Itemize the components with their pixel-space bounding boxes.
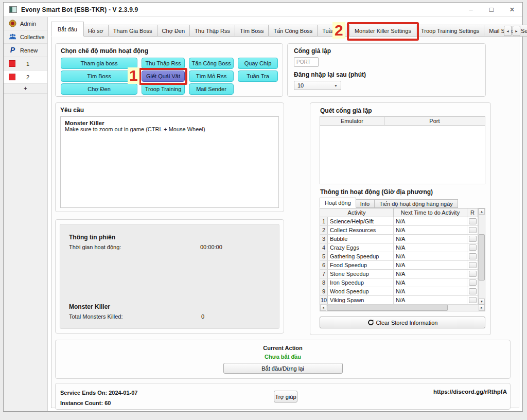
tab-tien-do[interactable]: Tiến độ hoạt động hàng ngày (375, 199, 458, 208)
table-row: 7Stone SpeedupN/A (320, 270, 485, 278)
add-instance-button[interactable]: + (4, 84, 47, 94)
table-row: 6Food SpeedupN/A (320, 261, 485, 270)
requirements-text: Make sure to zoom out in game (CTRL + Mo… (65, 126, 274, 132)
refresh-icon (367, 319, 374, 326)
main-area: Bắt đầu Hồ sơ Tham Gia Boss Chợ Đen Thu … (48, 17, 522, 411)
sidebar-item-instance-1[interactable]: 1 (4, 57, 47, 71)
tab-info[interactable]: Info (356, 199, 375, 208)
clear-stored-info-button[interactable]: Clear Stored Information (320, 317, 485, 328)
tab-scroll-right-icon[interactable]: ► (513, 26, 520, 36)
mode-button-quay-chip[interactable]: Quay Chíp (238, 58, 278, 69)
red-square-icon (9, 74, 15, 80)
row-action-button[interactable] (469, 297, 477, 303)
app-window: Evony Smart Bot (ESB-TKR) - V 2.3.9.9 – … (3, 2, 523, 412)
annotation-step-1: 1 (128, 67, 139, 84)
tab-ho-so[interactable]: Hồ sơ (83, 25, 109, 37)
col-r: R (467, 208, 478, 217)
mode-button-tuan-tra[interactable]: Tuần Tra (238, 71, 278, 82)
tab-scroll-left-icon[interactable]: ◄ (504, 26, 512, 36)
table-row: 1Science/Help/GiftN/A (320, 217, 485, 226)
mode-button-tim-mo-rss[interactable]: Tìm Mỏ Rss (189, 71, 234, 82)
scrollbar-thumb[interactable] (327, 305, 448, 311)
activity-table-header: Activity Next Time to do Activity R (320, 208, 485, 217)
scrollbar-thumb[interactable] (479, 234, 485, 281)
activity-tab-bar: Hoạt động Info Tiến độ hoạt động hàng ng… (320, 198, 458, 208)
close-icon[interactable]: × (502, 3, 522, 16)
tab-page-content: Chọn chế độ muốn hoạt động Tham gia boss… (51, 36, 519, 408)
mode-button-tham-gia-boss[interactable]: Tham gia boss (61, 58, 137, 69)
scroll-down-icon[interactable]: ▼ (479, 299, 485, 305)
scroll-up-icon[interactable]: ▲ (479, 208, 485, 215)
tab-cho-den[interactable]: Chợ Đen (157, 25, 190, 37)
row-action-button[interactable] (469, 253, 477, 259)
row-action-button[interactable] (469, 288, 477, 294)
mode-panel-title: Chọn chế độ muốn hoạt động (61, 47, 277, 55)
tab-monster-killer-settings[interactable]: Monster Killer Settings 2 (350, 25, 416, 37)
mode-button-tim-boss[interactable]: Tìm Boss (61, 71, 137, 82)
mode-button-grid: Tham gia boss Thu Thập Rss Tấn Công Boss… (61, 58, 277, 95)
tab-tim-boss[interactable]: Tìm Boss (235, 25, 269, 37)
mode-button-troop-training[interactable]: Troop Training (142, 83, 185, 95)
port-input[interactable] (294, 57, 319, 67)
mode-button-tan-cong-boss[interactable]: Tấn Công Boss (189, 58, 234, 69)
sidebar-item-label: 2 (26, 74, 29, 80)
requirements-heading: Monster Killer (65, 120, 274, 126)
sidebar-item-collective[interactable]: Collective (4, 30, 47, 44)
row-action-button[interactable] (469, 279, 477, 286)
relogin-value: 10 (297, 82, 304, 89)
row-action-button[interactable] (469, 218, 477, 224)
tab-thu-thap-rss[interactable]: Thu Thập Rss (190, 25, 235, 37)
mode-button-giet-quai-vat-wrap: Giết Quái Vật 1 (142, 71, 185, 82)
tab-hoat-dong[interactable]: Hoạt động (320, 198, 356, 208)
scroll-right-icon[interactable]: ► (479, 305, 485, 311)
annotation-step-2: 2 (332, 22, 345, 39)
uptime-label: Thời gian hoạt động: (69, 244, 121, 250)
mode-button-thu-thap-rss[interactable]: Thu Thập Rss (142, 58, 185, 69)
vertical-scrollbar[interactable]: ▲ ▼ (478, 208, 485, 305)
sidebar-item-instance-2[interactable]: 2 (4, 71, 47, 84)
sidebar-item-renew[interactable]: P Renew (4, 44, 47, 57)
requirements-box: Monster Killer Make sure to zoom out in … (60, 116, 279, 208)
row-action-button[interactable] (469, 236, 477, 242)
tab-tan-cong-boss[interactable]: Tấn Công Boss (269, 25, 318, 37)
discord-link: https://discord.gg/rRthpfA (433, 389, 507, 395)
tab-bat-dau[interactable]: Bắt đầu (51, 22, 84, 37)
clear-stored-info-label: Clear Stored Information (376, 320, 438, 326)
maximize-icon[interactable]: □ (481, 3, 502, 16)
mode-button-mail-sender[interactable]: Mail Sender (189, 83, 234, 95)
sidebar-item-label: Admin (20, 21, 36, 27)
minimize-icon[interactable]: – (461, 3, 481, 16)
tab-tham-gia-boss[interactable]: Tham Gia Boss (109, 25, 157, 37)
help-button[interactable]: Trợ giúp (274, 391, 297, 402)
start-stop-button[interactable]: Bắt đầu/Dừng lại (223, 363, 343, 374)
relogin-label: Đăng nhập lại sau (phút) (294, 71, 479, 78)
table-row: 9Wood SpeedupN/A (320, 287, 485, 296)
table-row: 5Gathering SpeedupN/A (320, 252, 485, 261)
row-action-button[interactable] (469, 271, 477, 277)
monster-killer-title: Monster Killer (69, 303, 110, 310)
activity-title: Thông tin hoạt động (Giờ địa phương) (320, 188, 433, 196)
scroll-left-icon[interactable]: ◄ (320, 305, 326, 311)
activity-table: Activity Next Time to do Activity R 1Sci… (320, 208, 485, 305)
row-action-button[interactable] (469, 262, 477, 268)
row-action-button[interactable] (469, 244, 477, 251)
tab-bar: Bắt đầu Hồ sơ Tham Gia Boss Chợ Đen Thu … (51, 22, 503, 37)
tab-troop-training-settings[interactable]: Troop Training Settings (416, 25, 484, 37)
mode-button-cho-den[interactable]: Chợ Đen (61, 83, 137, 95)
plus-icon: + (24, 85, 27, 92)
relogin-dropdown[interactable]: 10 ▼ (294, 81, 341, 90)
session-panel: Thông tin phiên Thời gian hoạt động: 00:… (55, 219, 284, 334)
mode-button-giet-quai-vat[interactable]: Giết Quái Vật (142, 71, 185, 82)
col-activity: Activity (320, 208, 394, 217)
scan-title: Quét cổng giả lập (320, 107, 372, 114)
horizontal-scrollbar[interactable]: ◄ ► (320, 305, 485, 311)
current-action-title: Current Action (56, 345, 510, 351)
emulator-port-panel: Cổng giả lập Đăng nhập lại sau (phút) 10… (287, 43, 486, 97)
sidebar-item-label: Collective (20, 34, 45, 40)
sidebar-item-admin[interactable]: Admin (4, 17, 47, 30)
paypal-icon: P (9, 46, 16, 54)
activity-panel: Quét cổng giả lập Emulator Port Thông ti… (310, 102, 491, 335)
session-inner-panel: Thông tin phiên Thời gian hoạt động: 00:… (60, 224, 279, 329)
row-action-button[interactable] (469, 227, 477, 233)
instance-count-label: Instance Count: 60 (60, 398, 137, 408)
